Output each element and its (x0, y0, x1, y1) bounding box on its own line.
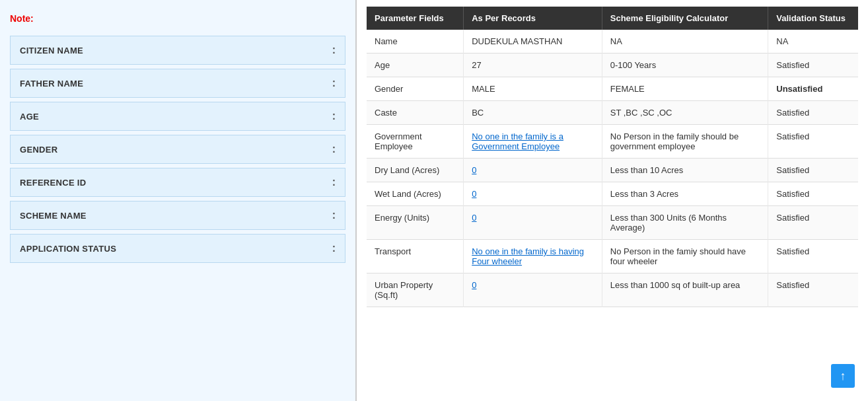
field-row-father-name[interactable]: FATHER NAME: (10, 69, 345, 98)
cell-status-6: Satisfied (768, 182, 858, 206)
field-label-scheme-name: SCHEME NAME (20, 211, 87, 221)
table-header: Parameter Fields As Per Records Scheme E… (367, 7, 858, 30)
right-panel: Parameter Fields As Per Records Scheme E… (357, 0, 868, 401)
table-row: Wet Land (Acres)0Less than 3 AcresSatisf… (367, 182, 858, 206)
cell-status-2: Unsatisfied (768, 77, 858, 101)
cell-param-4: Government Employee (367, 125, 464, 159)
cell-param-7: Energy (Units) (367, 206, 464, 240)
cell-records-9[interactable]: 0 (464, 273, 602, 307)
cell-records-4[interactable]: No one in the family is a Government Emp… (464, 125, 602, 159)
table-row: CasteBCST ,BC ,SC ,OCSatisfied (367, 101, 858, 125)
cell-status-0: NA (768, 30, 858, 54)
cell-param-5: Dry Land (Acres) (367, 159, 464, 182)
records-link-7[interactable]: 0 (472, 213, 476, 223)
field-icon-reference-id: : (332, 176, 336, 188)
cell-records-0: DUDEKULA MASTHAN (464, 30, 602, 54)
cell-calc-8: No Person in the famiy should have four … (602, 240, 768, 273)
table-row: Dry Land (Acres)0Less than 10 AcresSatis… (367, 159, 858, 182)
table-row: TransportNo one in the family is having … (367, 240, 858, 273)
table-row: Age270-100 YearsSatisfied (367, 54, 858, 77)
field-label-father-name: FATHER NAME (20, 79, 83, 89)
field-label-citizen-name: CITIZEN NAME (20, 46, 83, 55)
table-row: GenderMALEFEMALEUnsatisfied (367, 77, 858, 101)
field-icon-father-name: : (332, 77, 336, 89)
cell-records-8[interactable]: No one in the family is having Four whee… (464, 240, 602, 273)
scroll-to-top-button[interactable]: ↑ (831, 364, 855, 388)
field-label-reference-id: REFERENCE ID (20, 178, 86, 188)
field-row-scheme-name[interactable]: SCHEME NAME: (10, 201, 345, 230)
cell-status-4: Satisfied (768, 125, 858, 159)
table-row: Urban Property (Sq.ft)0Less than 1000 sq… (367, 273, 858, 307)
field-icon-citizen-name: : (332, 44, 336, 56)
field-row-application-status[interactable]: APPLICATION STATUS: (10, 234, 345, 263)
cell-param-0: Name (367, 30, 464, 54)
cell-calc-7: Less than 300 Units (6 Months Average) (602, 206, 768, 240)
cell-status-8: Satisfied (768, 240, 858, 273)
note-label: Note: (10, 13, 345, 24)
header-param: Parameter Fields (367, 7, 464, 30)
cell-calc-0: NA (602, 30, 768, 54)
cell-param-8: Transport (367, 240, 464, 273)
cell-records-6[interactable]: 0 (464, 182, 602, 206)
records-link-4[interactable]: No one in the family is a Government Emp… (472, 131, 563, 151)
fields-container: CITIZEN NAME:FATHER NAME:AGE:GENDER:REFE… (10, 36, 345, 263)
records-link-6[interactable]: 0 (472, 189, 476, 199)
field-row-gender[interactable]: GENDER: (10, 135, 345, 164)
cell-calc-2: FEMALE (602, 77, 768, 101)
cell-status-9: Satisfied (768, 273, 858, 307)
table-row: Energy (Units)0Less than 300 Units (6 Mo… (367, 206, 858, 240)
cell-status-7: Satisfied (768, 206, 858, 240)
field-row-age[interactable]: AGE: (10, 102, 345, 131)
cell-status-1: Satisfied (768, 54, 858, 77)
cell-calc-1: 0-100 Years (602, 54, 768, 77)
table-body: NameDUDEKULA MASTHANNANAAge270-100 Years… (367, 30, 858, 307)
cell-param-9: Urban Property (Sq.ft) (367, 273, 464, 307)
cell-records-5[interactable]: 0 (464, 159, 602, 182)
header-records: As Per Records (464, 7, 602, 30)
field-label-application-status: APPLICATION STATUS (20, 244, 116, 254)
field-icon-scheme-name: : (332, 209, 336, 221)
cell-records-7[interactable]: 0 (464, 206, 602, 240)
field-icon-gender: : (332, 143, 336, 155)
cell-records-1: 27 (464, 54, 602, 77)
cell-status-5: Satisfied (768, 159, 858, 182)
field-label-age: AGE (20, 112, 39, 122)
cell-param-2: Gender (367, 77, 464, 101)
cell-calc-9: Less than 1000 sq of built-up area (602, 273, 768, 307)
header-calc: Scheme Eligibility Calculator (602, 7, 768, 30)
cell-records-3: BC (464, 101, 602, 125)
cell-calc-6: Less than 3 Acres (602, 182, 768, 206)
field-label-gender: GENDER (20, 145, 57, 155)
records-link-8[interactable]: No one in the family is having Four whee… (472, 246, 584, 266)
field-row-reference-id[interactable]: REFERENCE ID: (10, 168, 345, 197)
cell-param-6: Wet Land (Acres) (367, 182, 464, 206)
left-panel: Note: CITIZEN NAME:FATHER NAME:AGE:GENDE… (0, 0, 357, 401)
cell-calc-4: No Person in the family should be govern… (602, 125, 768, 159)
cell-calc-5: Less than 10 Acres (602, 159, 768, 182)
field-icon-age: : (332, 110, 336, 122)
cell-calc-3: ST ,BC ,SC ,OC (602, 101, 768, 125)
field-icon-application-status: : (332, 242, 336, 254)
records-link-9[interactable]: 0 (472, 280, 476, 290)
cell-status-3: Satisfied (768, 101, 858, 125)
header-status: Validation Status (768, 7, 858, 30)
table-row: NameDUDEKULA MASTHANNANA (367, 30, 858, 54)
cell-records-2: MALE (464, 77, 602, 101)
field-row-citizen-name[interactable]: CITIZEN NAME: (10, 36, 345, 65)
cell-param-3: Caste (367, 101, 464, 125)
eligibility-table: Parameter Fields As Per Records Scheme E… (367, 7, 858, 307)
records-link-5[interactable]: 0 (472, 165, 476, 175)
cell-param-1: Age (367, 54, 464, 77)
table-row: Government EmployeeNo one in the family … (367, 125, 858, 159)
